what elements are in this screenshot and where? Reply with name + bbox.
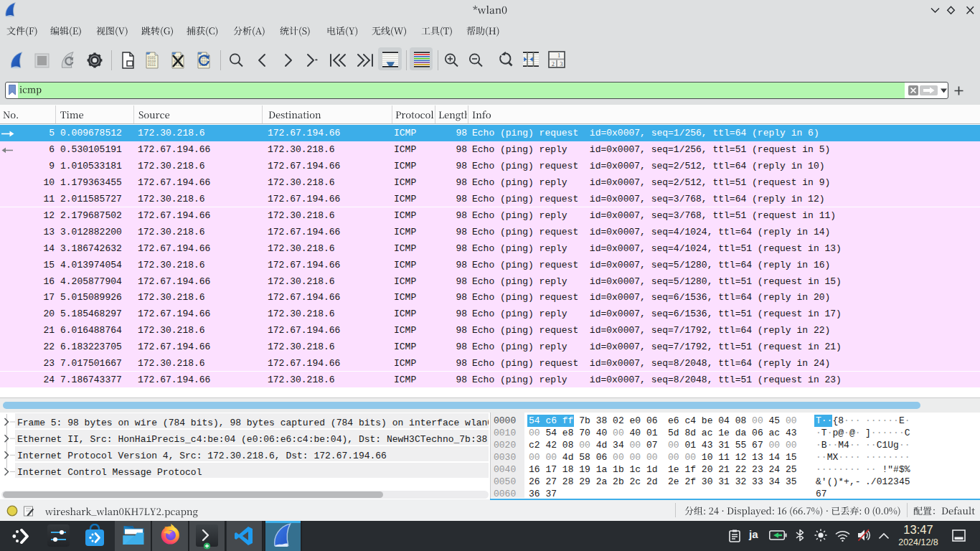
svg-text:2: 2	[552, 60, 555, 67]
svg-text:3: 3	[560, 60, 562, 67]
svg-text:1: 1	[557, 52, 560, 59]
svg-text:0111: 0111	[148, 63, 156, 67]
